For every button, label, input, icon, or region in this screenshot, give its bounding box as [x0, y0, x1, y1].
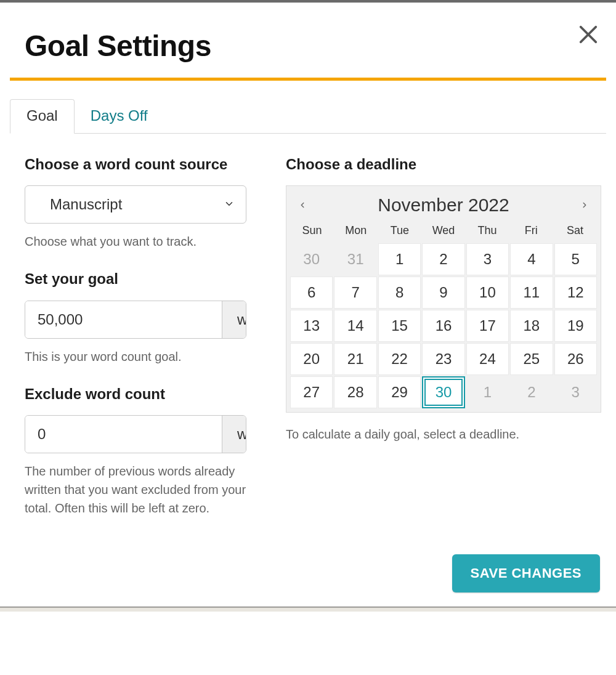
calendar-day[interactable]: 29 — [378, 376, 421, 408]
goal-helper: This is your word count goal. — [25, 347, 253, 366]
goal-settings-modal: Goal Settings Goal Days Off Choose a wor… — [0, 2, 616, 607]
calendar-day-other: 30 — [290, 243, 333, 275]
source-heading: Choose a word count source — [25, 155, 269, 174]
deadline-calendar: November 2022 SunMonTueWedThuFriSat 3031… — [286, 185, 601, 413]
exclude-input[interactable] — [25, 416, 222, 453]
calendar-dow-cell: Wed — [421, 224, 465, 237]
calendar-day[interactable]: 25 — [510, 343, 553, 375]
calendar-day-other: 2 — [510, 376, 553, 408]
calendar-dow-cell: Tue — [378, 224, 421, 237]
calendar-day[interactable]: 30 — [422, 376, 464, 408]
tabs: Goal Days Off — [10, 99, 606, 134]
deadline-helper: To calculate a daily goal, select a dead… — [286, 425, 601, 443]
calendar-day[interactable]: 10 — [466, 277, 509, 309]
calendar-day[interactable]: 17 — [466, 310, 509, 342]
backdrop-bottom — [0, 607, 616, 612]
source-helper: Choose what you want to track. — [25, 232, 253, 251]
calendar-day[interactable]: 21 — [334, 343, 376, 375]
calendar-dow-cell: Mon — [334, 224, 378, 237]
calendar-dow-cell: Sun — [290, 224, 334, 237]
calendar-day[interactable]: 6 — [290, 277, 333, 309]
calendar-day[interactable]: 14 — [334, 310, 376, 342]
tab-goal[interactable]: Goal — [10, 99, 75, 134]
source-select[interactable]: Manuscript — [25, 185, 246, 224]
calendar-day[interactable]: 19 — [554, 310, 597, 342]
calendar-day[interactable]: 27 — [290, 376, 333, 408]
calendar-dow-cell: Fri — [509, 224, 553, 237]
calendar-next[interactable] — [576, 196, 593, 214]
calendar-day-other: 3 — [554, 376, 597, 408]
tab-days-off[interactable]: Days Off — [75, 100, 164, 133]
calendar-day[interactable]: 7 — [334, 277, 376, 309]
goal-input[interactable] — [25, 301, 222, 338]
calendar-grid: 3031123456789101112131415161718192021222… — [290, 243, 597, 408]
calendar-dow-cell: Sat — [553, 224, 597, 237]
exclude-heading: Exclude word count — [25, 384, 269, 404]
calendar-day[interactable]: 16 — [422, 310, 464, 342]
calendar-day[interactable]: 20 — [290, 343, 333, 375]
exclude-suffix: words — [222, 416, 246, 453]
calendar-day[interactable]: 15 — [378, 310, 421, 342]
calendar-day[interactable]: 22 — [378, 343, 421, 375]
goal-heading: Set your goal — [25, 269, 269, 289]
goal-suffix: words — [222, 301, 246, 338]
calendar-day-other: 31 — [334, 243, 376, 275]
calendar-day[interactable]: 13 — [290, 310, 333, 342]
calendar-day[interactable]: 24 — [466, 343, 509, 375]
calendar-day[interactable]: 8 — [378, 277, 421, 309]
calendar-day[interactable]: 9 — [422, 277, 464, 309]
close-icon[interactable] — [575, 22, 601, 47]
calendar-day[interactable]: 1 — [378, 243, 421, 275]
calendar-day[interactable]: 28 — [334, 376, 376, 408]
calendar-day[interactable]: 23 — [422, 343, 464, 375]
calendar-dow-cell: Thu — [466, 224, 509, 237]
calendar-day[interactable]: 2 — [422, 243, 464, 275]
save-changes-button[interactable]: SAVE CHANGES — [452, 554, 600, 592]
accent-rule — [10, 78, 606, 81]
calendar-day[interactable]: 4 — [510, 243, 553, 275]
deadline-heading: Choose a deadline — [286, 155, 601, 174]
calendar-day[interactable]: 11 — [510, 277, 553, 309]
calendar-day[interactable]: 18 — [510, 310, 553, 342]
calendar-day[interactable]: 26 — [554, 343, 597, 375]
calendar-day[interactable]: 5 — [554, 243, 597, 275]
source-select-value: Manuscript — [50, 196, 122, 213]
calendar-month: November 2022 — [378, 195, 509, 216]
calendar-day-headers: SunMonTueWedThuFriSat — [289, 222, 598, 243]
exclude-helper: The number of previous words already wri… — [25, 462, 253, 517]
calendar-day[interactable]: 3 — [466, 243, 509, 275]
calendar-prev[interactable] — [294, 196, 311, 214]
calendar-day[interactable]: 12 — [554, 277, 597, 309]
calendar-day-other: 1 — [466, 376, 509, 408]
modal-title: Goal Settings — [10, 3, 606, 75]
chevron-down-icon — [224, 196, 235, 213]
